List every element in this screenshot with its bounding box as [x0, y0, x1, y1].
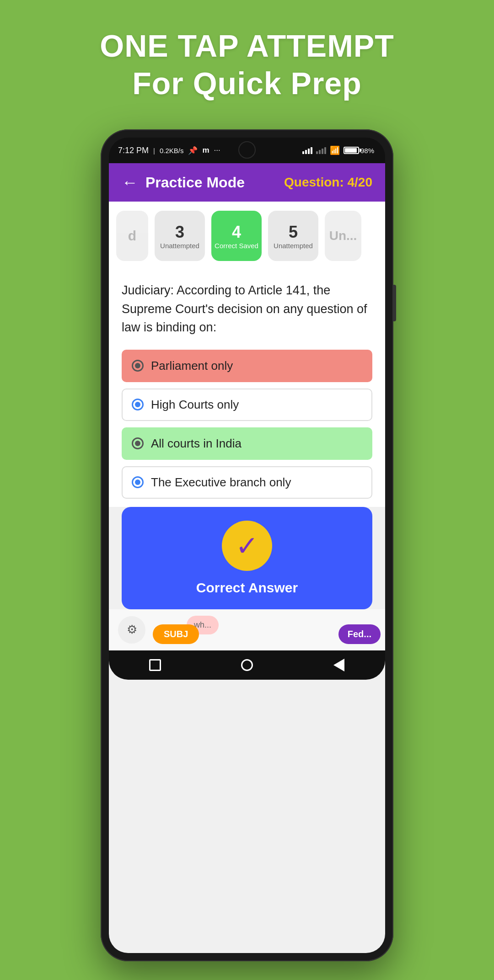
nav-square-button[interactable]: [147, 657, 163, 673]
radio-b: [132, 399, 144, 410]
q-card-4[interactable]: 4 Correct Saved: [211, 211, 262, 261]
nav-back-button[interactable]: [331, 657, 347, 673]
nav-home-button[interactable]: [239, 657, 255, 673]
correct-answer-panel: ✓ Correct Answer: [122, 507, 372, 609]
m-icon: m: [202, 146, 209, 155]
radio-d: [132, 476, 144, 488]
q-card-3[interactable]: 3 Unattempted: [155, 211, 205, 261]
bottom-overlay: ⚙ wh... SUBJ Fed...: [109, 609, 385, 650]
gear-icon: ⚙: [127, 623, 137, 637]
wifi-icon: 📶: [330, 145, 340, 155]
fed-label: Fed...: [348, 629, 371, 639]
subj-tag[interactable]: SUBJ: [153, 624, 199, 644]
headline-line1: ONE TAP ATTEMPT: [100, 27, 394, 65]
question-text: Judiciary: According to Article 141, the…: [122, 281, 372, 337]
subj-label: SUBJ: [164, 629, 188, 639]
option-c[interactable]: All courts in India: [122, 427, 372, 460]
nav-bar: [109, 650, 385, 680]
question-progress: 4/20: [348, 175, 373, 189]
gear-icon-wrap[interactable]: ⚙: [118, 616, 145, 644]
status-data-speed: 0.2KB/s: [160, 147, 184, 154]
phone-frame: 7:12 PM | 0.2KB/s 📌 m ··· 📶: [101, 129, 393, 961]
q-card-6-partial[interactable]: Un...: [325, 211, 361, 261]
check-circle: ✓: [222, 521, 272, 571]
option-b-text: High Courts only: [151, 398, 239, 412]
fed-tag[interactable]: Fed...: [338, 624, 381, 644]
battery-pct: 98%: [360, 147, 374, 154]
headline-line2: For Quick Prep: [100, 65, 394, 102]
nav-square-icon: [149, 659, 161, 671]
header-title: Practice Mode: [145, 174, 245, 191]
option-a[interactable]: Parliament only: [122, 350, 372, 382]
signal-icon: [302, 147, 312, 154]
question-area: Judiciary: According to Article 141, the…: [109, 270, 385, 345]
side-button: [392, 285, 396, 321]
battery-indicator: 98%: [344, 147, 374, 154]
status-time: 7:12 PM: [118, 146, 149, 155]
radio-a: [132, 360, 144, 372]
nav-circle-icon: [241, 659, 253, 671]
option-b[interactable]: High Courts only: [122, 389, 372, 421]
option-d-text: The Executive branch only: [151, 475, 291, 490]
headline: ONE TAP ATTEMPT For Quick Prep: [100, 27, 394, 102]
camera-notch: [238, 141, 256, 159]
option-a-text: Parliament only: [151, 359, 233, 373]
check-icon: ✓: [236, 530, 258, 562]
app-header: ← Practice Mode Question: 4/20: [109, 163, 385, 202]
option-d[interactable]: The Executive branch only: [122, 466, 372, 499]
back-button[interactable]: ←: [122, 173, 138, 192]
q-card-prev-partial[interactable]: d: [116, 211, 148, 261]
pin-icon: 📌: [188, 146, 198, 155]
nav-triangle-icon: [333, 659, 344, 671]
question-counter: Question: 4/20: [284, 175, 372, 190]
options-area: Parliament only High Courts only All cou…: [109, 345, 385, 507]
question-cards: d 3 Unattempted 4 Correct Saved 5 Unatte…: [109, 202, 385, 270]
q-card-5[interactable]: 5 Unattempted: [268, 211, 318, 261]
option-c-text: All courts in India: [151, 437, 242, 451]
dots-icon: ···: [214, 146, 220, 155]
correct-answer-label: Correct Answer: [196, 580, 298, 596]
radio-c: [132, 437, 144, 449]
signal-icon-2: [316, 147, 326, 154]
phone-screen: ← Practice Mode Question: 4/20 d 3 Unatt…: [109, 163, 385, 953]
status-speed: |: [153, 147, 155, 154]
